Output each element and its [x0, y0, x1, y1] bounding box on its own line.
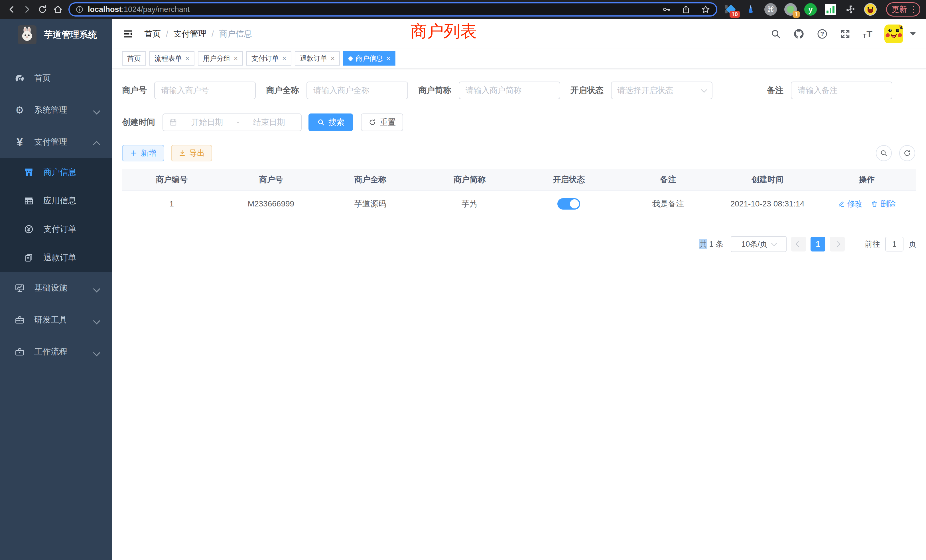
status-toggle[interactable]: [557, 198, 580, 210]
y-extension-icon[interactable]: y: [804, 3, 817, 16]
browser-menu-icon[interactable]: ⋮: [909, 5, 918, 14]
extension-badge: 10: [729, 11, 740, 18]
close-icon[interactable]: ×: [185, 54, 189, 62]
date-end[interactable]: 结束日期: [243, 117, 295, 128]
sidebar-item-label: 商户信息: [43, 166, 76, 178]
payment-submenu: 商户信息 应用信息 支付订单: [0, 158, 112, 272]
sidebar-item-app-info[interactable]: 应用信息: [0, 186, 112, 215]
sidebar-item-label: 支付订单: [43, 224, 76, 235]
sidebar-item-infrastructure[interactable]: 基础设施: [0, 272, 112, 304]
plus-icon: [130, 150, 138, 157]
merchant-no-input[interactable]: [160, 86, 250, 95]
sidebar-item-merchant-info[interactable]: 商户信息: [0, 158, 112, 186]
edit-link[interactable]: 修改: [838, 199, 863, 209]
url-host: localhost: [88, 5, 122, 14]
profile-extension-icon[interactable]: 1: [784, 3, 797, 16]
active-tab-dot: [348, 56, 353, 61]
app-logo: [18, 26, 36, 44]
browser-home-button[interactable]: [50, 2, 65, 17]
date-range-picker[interactable]: 开始日期 - 结束日期: [162, 114, 302, 131]
sidebar-item-dev-tools[interactable]: 研发工具: [0, 304, 112, 336]
close-icon[interactable]: ×: [331, 54, 335, 62]
add-button[interactable]: 新增: [122, 145, 164, 161]
tab-merchant-info[interactable]: 商户信息 ×: [343, 51, 395, 65]
sidebar-item-system[interactable]: ⚙ 系统管理: [0, 94, 112, 126]
chevron-left-icon: [796, 241, 801, 247]
avatar[interactable]: [884, 24, 903, 43]
close-icon[interactable]: ×: [386, 54, 390, 62]
chevron-down-icon: [93, 107, 100, 114]
content: 商户号 商户全称 商户简称 开启状态 请选择开启状态: [112, 82, 926, 252]
password-key-icon[interactable]: [662, 5, 671, 14]
filter-full-name: 商户全称: [266, 82, 408, 99]
font-size-icon[interactable]: TT: [863, 29, 872, 39]
sidebar-collapse-button[interactable]: [123, 29, 133, 39]
browser-update-button[interactable]: 更新 ⋮: [886, 2, 920, 17]
sidebar-item-home[interactable]: 首页: [0, 62, 112, 94]
breadcrumb-home[interactable]: 首页: [144, 28, 161, 39]
gear-icon: ⚙: [13, 105, 26, 115]
cone-extension-icon[interactable]: [744, 3, 757, 16]
cell-create-time: 2021-10-23 08:31:14: [718, 199, 817, 209]
emoji-extension-icon[interactable]: [864, 3, 877, 16]
status-select[interactable]: 请选择开启状态: [611, 82, 713, 99]
sidebar-item-label: 研发工具: [34, 314, 67, 325]
sidebar-item-refund-order[interactable]: 退款订单: [0, 244, 112, 272]
bookmark-star-icon[interactable]: [701, 5, 710, 14]
prev-page-button[interactable]: [791, 237, 806, 251]
remark-input[interactable]: [797, 86, 886, 95]
page-size-select[interactable]: 10条/页: [731, 236, 787, 252]
tab-pay-order[interactable]: 支付订单 ×: [246, 51, 291, 65]
sidebar: 芋道管理系统 首页 ⚙ 系统管理 ¥ 支付管理: [0, 19, 112, 560]
close-icon[interactable]: ×: [234, 54, 238, 62]
browser-forward-button[interactable]: [20, 2, 35, 17]
diamond-extension-icon[interactable]: 10: [724, 3, 737, 16]
goto-page-input[interactable]: [885, 237, 903, 251]
sidebar-item-label: 系统管理: [34, 104, 67, 116]
puzzle-extensions-icon[interactable]: [844, 3, 857, 16]
export-button[interactable]: 导出: [171, 145, 212, 161]
toggle-search-button[interactable]: [876, 145, 892, 161]
sidebar-logo-row[interactable]: 芋道管理系统: [0, 19, 112, 51]
close-icon[interactable]: ×: [282, 54, 286, 62]
url-bar[interactable]: localhost:1024/pay/merchant: [68, 2, 717, 17]
date-start[interactable]: 开始日期: [181, 117, 233, 128]
cell-actions: 修改 删除: [817, 199, 916, 209]
browser-back-button[interactable]: [4, 2, 20, 17]
refresh-icon: [368, 118, 376, 126]
yuan-icon: ¥: [13, 136, 26, 148]
chart-extension-icon[interactable]: [824, 3, 837, 16]
cell-full-name: 芋道源码: [321, 198, 420, 209]
short-name-input[interactable]: [465, 86, 554, 95]
browser-reload-button[interactable]: [35, 2, 50, 17]
sidebar-item-pay-order[interactable]: 支付订单: [0, 215, 112, 244]
reset-button[interactable]: 重置: [361, 114, 403, 131]
breadcrumb-payment[interactable]: 支付管理: [173, 28, 206, 39]
avatar-caret-icon[interactable]: [910, 32, 916, 36]
help-icon[interactable]: ?: [817, 28, 828, 39]
sidebar-item-payment[interactable]: ¥ 支付管理: [0, 126, 112, 158]
page-number-button[interactable]: 1: [811, 237, 825, 251]
refresh-table-button[interactable]: [899, 145, 915, 161]
github-icon[interactable]: [793, 28, 805, 39]
delete-link[interactable]: 删除: [871, 199, 896, 209]
tab-refund-order[interactable]: 退款订单 ×: [295, 51, 340, 65]
sidebar-item-workflow[interactable]: 工作流程: [0, 336, 112, 368]
search-button[interactable]: 搜索: [309, 114, 353, 131]
table-header: 商户编号 商户号 商户全称 商户简称 开启状态 备注 创建时间 操作: [122, 169, 916, 191]
tab-user-group[interactable]: 用户分组 ×: [198, 51, 243, 65]
cell-id: 1: [122, 199, 221, 209]
fullscreen-icon[interactable]: [840, 29, 851, 39]
update-label: 更新: [891, 4, 907, 15]
full-name-input[interactable]: [313, 86, 402, 95]
tab-process-form[interactable]: 流程表单 ×: [150, 51, 194, 65]
monitor-chart-icon: [13, 283, 26, 293]
calendar-icon: [169, 118, 177, 127]
tab-home[interactable]: 首页: [122, 51, 146, 65]
share-icon[interactable]: [681, 5, 690, 14]
next-page-button[interactable]: [830, 237, 845, 251]
download-icon: [179, 150, 186, 157]
command-extension-icon[interactable]: ⌘: [764, 3, 777, 16]
page-info-icon[interactable]: [75, 5, 84, 14]
search-icon[interactable]: [770, 29, 781, 39]
